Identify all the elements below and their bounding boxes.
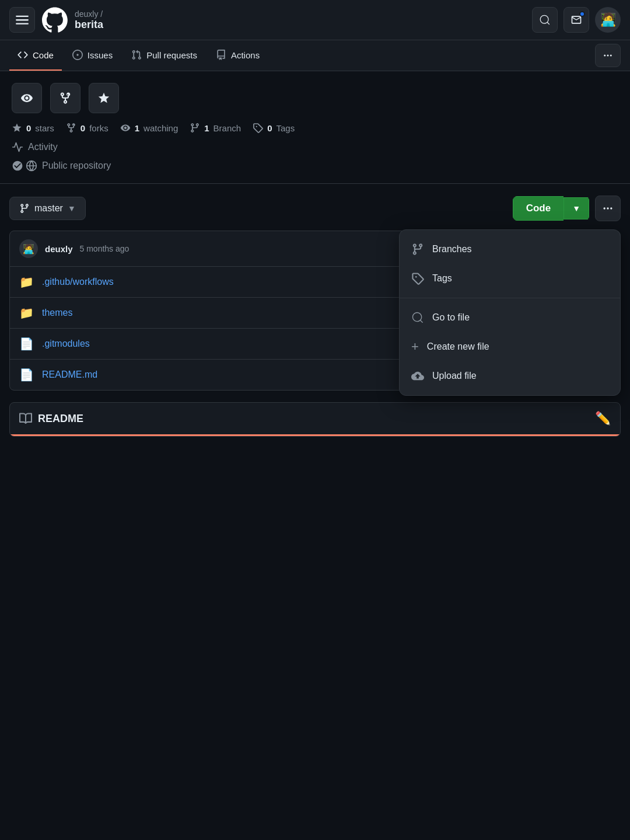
commit-author[interactable]: deuxly <box>45 244 73 254</box>
repo-stats: 0 stars 0 forks 1 watching 1 Branch 0 Ta… <box>0 71 630 172</box>
stars-count: 0 <box>26 123 31 133</box>
branches-count: 1 <box>204 123 209 133</box>
branch-name: master <box>34 203 63 214</box>
tabs-bar: Code Issues Pull requests Actions <box>0 40 630 71</box>
public-label: Public repository <box>42 161 111 171</box>
dropdown-branches-label: Branches <box>432 244 472 255</box>
inbox-button[interactable] <box>564 7 589 33</box>
code-main-button[interactable]: Code <box>513 196 564 221</box>
readme-header: README ✏️ <box>10 403 620 436</box>
svg-rect-2 <box>16 23 29 25</box>
svg-rect-1 <box>16 19 29 20</box>
chevron-down-icon: ▼ <box>68 204 76 213</box>
public-row: Public repository <box>12 160 618 172</box>
nav-owner: deuxly / <box>75 9 525 19</box>
github-logo[interactable] <box>42 7 68 33</box>
stars-label: stars <box>35 123 54 133</box>
avatar[interactable]: 🧑‍💻 <box>595 7 621 33</box>
watching-count: 1 <box>135 123 139 133</box>
svg-point-7 <box>604 207 606 209</box>
svg-point-3 <box>604 55 606 57</box>
dropdown-create-new-file-label: Create new file <box>427 341 489 352</box>
commit-time: 5 months ago <box>80 244 130 253</box>
stars-stat[interactable]: 0 stars <box>12 123 54 133</box>
tab-pull-requests[interactable]: Pull requests <box>123 40 205 71</box>
commit-avatar: 🧑‍💻 <box>19 239 38 258</box>
nav-repo[interactable]: berita <box>75 19 525 31</box>
tags-count: 0 <box>267 123 272 133</box>
top-nav: deuxly / berita 🧑‍💻 <box>0 0 630 40</box>
tab-actions-label: Actions <box>231 50 260 60</box>
svg-rect-0 <box>16 16 29 17</box>
more-options-button[interactable] <box>595 196 621 221</box>
stats-row: 0 stars 0 forks 1 watching 1 Branch 0 Ta… <box>12 123 618 133</box>
forks-count: 0 <box>80 123 85 133</box>
file-icon: 📄 <box>19 368 34 382</box>
dropdown-branches[interactable]: Branches <box>400 235 620 264</box>
dropdown-tags-label: Tags <box>432 273 452 284</box>
file-section: master ▼ Code ▼ 🧑‍💻 deuxly 5 months ago … <box>0 184 630 391</box>
dropdown-go-to-file-label: Go to file <box>432 312 470 323</box>
file-icon: 📄 <box>19 337 34 351</box>
folder-icon: 📁 <box>19 275 34 289</box>
nav-title: deuxly / berita <box>75 9 525 31</box>
activity-row[interactable]: Activity <box>12 141 618 153</box>
watching-stat[interactable]: 1 watching <box>120 123 178 133</box>
search-button[interactable] <box>532 7 558 33</box>
watching-label: watching <box>144 123 178 133</box>
dropdown-section-1: Branches Tags <box>400 230 620 298</box>
branches-stat[interactable]: 1 Branch <box>190 123 241 133</box>
branch-code-row: master ▼ Code ▼ <box>9 196 621 221</box>
dropdown-section-2: Go to file + Create new file Upload file <box>400 298 620 395</box>
tags-stat[interactable]: 0 Tags <box>253 123 295 133</box>
dropdown-create-new-file[interactable]: + Create new file <box>400 332 620 361</box>
forks-stat[interactable]: 0 forks <box>66 123 108 133</box>
tab-code-label: Code <box>33 50 54 60</box>
tab-issues-label: Issues <box>88 50 113 60</box>
code-dropdown: Branches Tags Go to file + Create new fi… <box>399 229 621 396</box>
tab-actions[interactable]: Actions <box>208 40 268 71</box>
code-arrow-button[interactable]: ▼ <box>564 197 589 219</box>
readme-section: README ✏️ <box>9 402 621 437</box>
tab-pullrequests-label: Pull requests <box>146 50 197 60</box>
code-button-group: Code ▼ <box>513 196 589 221</box>
tags-label: Tags <box>276 123 295 133</box>
branches-label: Branch <box>214 123 242 133</box>
readme-edit-button[interactable]: ✏️ <box>595 411 611 426</box>
dropdown-upload-file-label: Upload file <box>432 371 477 381</box>
tab-more-button[interactable] <box>595 44 621 67</box>
dropdown-tags[interactable]: Tags <box>400 264 620 293</box>
fork-button[interactable] <box>50 83 80 113</box>
folder-icon: 📁 <box>19 306 34 320</box>
svg-point-8 <box>607 207 608 209</box>
svg-point-4 <box>607 55 609 57</box>
dropdown-go-to-file[interactable]: Go to file <box>400 303 620 332</box>
forks-label: forks <box>89 123 108 133</box>
plus-icon: + <box>411 340 419 353</box>
svg-point-5 <box>610 55 612 57</box>
star-button[interactable] <box>89 83 119 113</box>
activity-label: Activity <box>28 142 58 152</box>
hamburger-button[interactable] <box>9 7 35 33</box>
watch-button[interactable] <box>12 83 42 113</box>
branch-selector[interactable]: master ▼ <box>9 197 86 220</box>
tab-code[interactable]: Code <box>9 40 62 71</box>
svg-point-9 <box>610 207 612 209</box>
nav-actions: 🧑‍💻 <box>532 7 621 33</box>
notification-dot <box>579 11 585 17</box>
dropdown-upload-file[interactable]: Upload file <box>400 361 620 391</box>
readme-title: README <box>38 413 589 425</box>
tab-issues[interactable]: Issues <box>64 40 121 71</box>
